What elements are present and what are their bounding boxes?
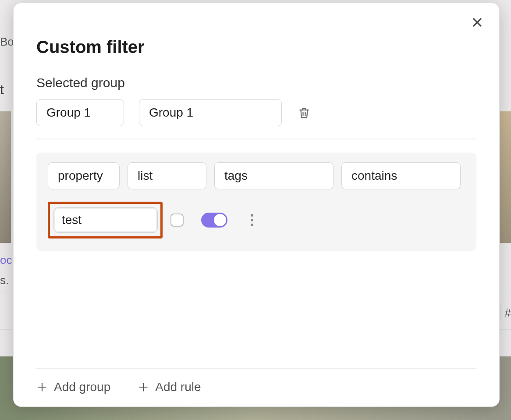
rule-checkbox[interactable] xyxy=(170,214,184,227)
add-group-label: Add group xyxy=(54,380,110,394)
toggle-knob xyxy=(214,214,226,226)
group-chip-1[interactable]: Group 1 xyxy=(36,99,124,126)
modal-title: Custom filter xyxy=(36,37,476,57)
background-text-fragment: Bo xyxy=(0,35,14,49)
background-divider xyxy=(500,304,501,320)
add-rule-button[interactable]: Add rule xyxy=(138,380,201,394)
rule-value-highlight: test xyxy=(48,202,163,238)
background-image-right xyxy=(500,111,511,243)
rule-property-type-select[interactable]: list xyxy=(128,162,206,189)
rule-more-menu[interactable] xyxy=(247,213,257,228)
divider xyxy=(36,139,476,139)
rule-operator-select[interactable]: contains xyxy=(341,162,461,189)
background-hash: # xyxy=(505,306,511,320)
rule-field-type-select[interactable]: property xyxy=(48,162,120,189)
rule-value-input[interactable]: test xyxy=(53,207,158,233)
selected-group-row: Group 1 Group 1 xyxy=(36,99,476,126)
background-text-fragment: t xyxy=(0,82,4,98)
rule-enabled-toggle[interactable] xyxy=(201,213,227,228)
add-group-button[interactable]: Add group xyxy=(36,380,110,394)
selected-group-label: Selected group xyxy=(36,75,476,90)
rule-block: property list tags contains test xyxy=(36,153,476,251)
group-chip-2[interactable]: Group 1 xyxy=(139,99,282,126)
trash-icon xyxy=(298,105,311,120)
plus-icon xyxy=(138,381,149,393)
close-icon xyxy=(471,16,483,28)
background-link-fragment: oc xyxy=(0,253,12,267)
close-button[interactable] xyxy=(468,14,486,31)
background-image-left xyxy=(0,111,11,243)
rule-property-name-select[interactable]: tags xyxy=(214,162,334,189)
add-rule-label: Add rule xyxy=(155,380,201,394)
modal-footer: Add group Add rule xyxy=(36,368,476,394)
delete-group-button[interactable] xyxy=(297,104,312,121)
custom-filter-modal: Custom filter Selected group Group 1 Gro… xyxy=(13,3,500,407)
plus-icon xyxy=(36,381,48,393)
background-text-fragment: s. xyxy=(0,274,9,287)
